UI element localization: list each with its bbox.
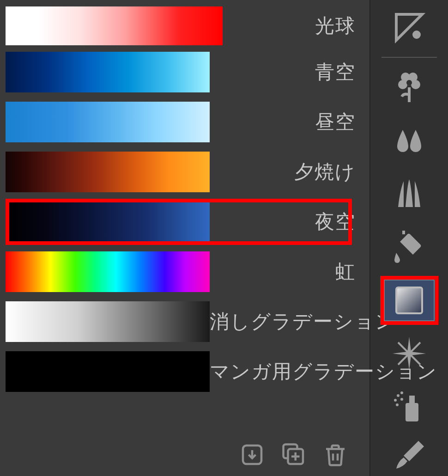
gradient-preset-panel: 光球 青空 昼空 夕焼け 夜空 虹 消しグラデーション [0,0,369,476]
gradient-swatch [6,152,210,192]
tool-palette [369,0,448,476]
svg-point-13 [400,391,403,394]
svg-point-16 [396,403,399,406]
gradient-label: 光球 [223,13,366,39]
sparkle-tool-icon[interactable] [384,333,435,374]
gradient-row-erase[interactable]: 消しグラデーション [6,297,366,347]
svg-point-2 [414,32,419,37]
gradient-swatch [6,52,210,92]
tool-divider [381,57,437,58]
gradient-row-bluesky[interactable]: 青空 [6,47,366,97]
gradient-row-daysky[interactable]: 昼空 [6,97,366,147]
svg-rect-11 [409,396,415,403]
gradient-tool-icon[interactable] [384,280,435,321]
spray-tool-icon[interactable] [384,386,435,427]
gradient-row-sunset[interactable]: 夕焼け [6,147,366,197]
gradient-swatch [6,301,210,342]
gradient-row-nightsky[interactable]: 夜空 [6,197,366,247]
brush-tool-icon[interactable] [384,435,435,476]
gradient-row-lightball[interactable]: 光球 [6,5,366,47]
duplicate-icon[interactable] [280,441,308,469]
gradient-label: 虹 [210,259,366,285]
gradient-swatch [6,201,210,242]
gradient-label: 青空 [210,59,366,85]
gradient-swatch [6,102,210,142]
gradient-row-rainbow[interactable]: 虹 [6,247,366,297]
svg-point-14 [394,399,397,402]
gradient-list: 光球 青空 昼空 夕焼け 夜空 虹 消しグラデーション [6,5,366,433]
gradient-swatch [6,251,210,292]
gradient-label: 消しグラデーション [210,309,406,335]
gradient-swatch [6,6,223,45]
flower-tool-icon[interactable] [384,67,435,108]
import-icon[interactable] [238,441,266,469]
svg-point-8 [406,80,412,85]
gradient-label: 昼空 [210,109,366,135]
triangle-tool-icon[interactable] [384,6,435,48]
gradient-swatch [6,351,210,392]
trash-icon[interactable] [321,441,349,469]
gradient-row-manga[interactable]: マンガ用グラデーション [6,347,366,397]
gradient-label: 夕焼け [210,159,366,185]
blur-tool-icon[interactable] [384,120,435,161]
gradient-label: 夜空 [210,209,366,235]
svg-rect-9 [396,287,422,313]
svg-point-12 [397,394,400,397]
svg-point-15 [400,398,403,401]
svg-rect-10 [406,403,418,421]
grass-tool-icon[interactable] [384,173,435,214]
bucket-tool-icon[interactable] [384,226,435,268]
panel-footer [6,433,366,476]
